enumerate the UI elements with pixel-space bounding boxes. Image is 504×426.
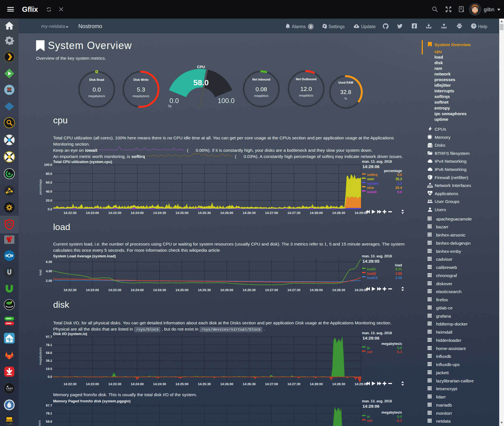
svg-text:megabytes/s: megabytes/s xyxy=(38,420,41,426)
svg-text:?: ? xyxy=(472,24,475,28)
svg-text:58.6: 58.6 xyxy=(46,420,52,423)
svg-text:97.7: 97.7 xyxy=(46,404,52,407)
svg-text:78.1: 78.1 xyxy=(46,412,52,415)
